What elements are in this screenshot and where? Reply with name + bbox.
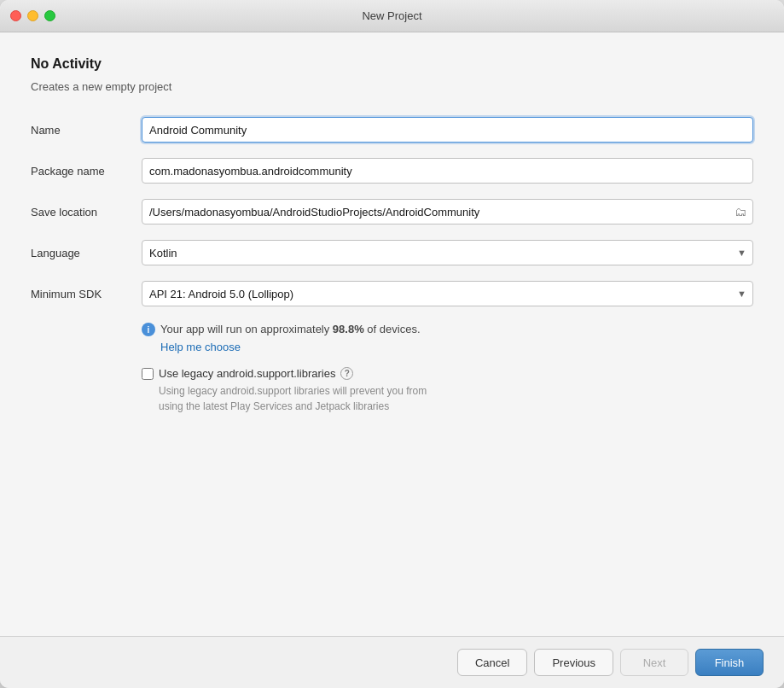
language-row: Language Kotlin Java ▼ xyxy=(31,240,753,265)
name-row: Name xyxy=(31,117,753,143)
save-location-label: Save location xyxy=(31,206,142,219)
window-title: New Project xyxy=(362,9,421,22)
sdk-info-section: i Your app will run on approximately 98.… xyxy=(142,322,753,353)
minimize-button[interactable] xyxy=(27,10,38,21)
maximize-button[interactable] xyxy=(44,10,55,21)
footer: Cancel Previous Next Finish xyxy=(0,636,784,688)
cancel-button[interactable]: Cancel xyxy=(457,649,527,676)
package-input[interactable] xyxy=(142,158,753,184)
min-sdk-label: Minimum SDK xyxy=(31,288,142,300)
help-link[interactable]: Help me choose xyxy=(160,341,753,353)
next-button: Next xyxy=(620,649,688,676)
legacy-description: Using legacy android.support libraries w… xyxy=(142,383,753,414)
previous-button[interactable]: Previous xyxy=(534,649,613,676)
language-select[interactable]: Kotlin Java xyxy=(142,240,753,265)
min-sdk-select-wrapper: API 21: Android 5.0 (Lollipop) API 22 AP… xyxy=(142,281,753,306)
min-sdk-field-wrapper: API 21: Android 5.0 (Lollipop) API 22 AP… xyxy=(142,281,753,306)
page-title: No Activity xyxy=(31,56,753,72)
sdk-info-prefix: Your app will run on approximately xyxy=(160,323,333,335)
legacy-description-line1: Using legacy android.support libraries w… xyxy=(159,385,427,397)
info-icon: i xyxy=(142,323,155,336)
main-content: No Activity Creates a new empty project … xyxy=(0,32,784,636)
sdk-info-row: i Your app will run on approximately 98.… xyxy=(142,322,753,337)
sdk-info-text: Your app will run on approximately 98.8%… xyxy=(160,322,421,337)
name-input[interactable] xyxy=(142,117,753,143)
legacy-checkbox[interactable] xyxy=(142,368,154,380)
save-location-row: Save location 🗂 xyxy=(31,199,753,224)
min-sdk-row: Minimum SDK API 21: Android 5.0 (Lollipo… xyxy=(31,281,753,306)
language-select-wrapper: Kotlin Java ▼ xyxy=(142,240,753,265)
page-subtitle: Creates a new empty project xyxy=(31,80,753,93)
language-field-wrapper: Kotlin Java ▼ xyxy=(142,240,753,265)
close-button[interactable] xyxy=(10,10,21,21)
legacy-checkbox-label: Use legacy android.support.libraries xyxy=(159,367,335,380)
package-row: Package name xyxy=(31,158,753,184)
sdk-info-percentage: 98.8% xyxy=(333,323,364,335)
finish-button[interactable]: Finish xyxy=(695,649,764,676)
window-controls xyxy=(10,10,55,21)
window: New Project No Activity Creates a new em… xyxy=(0,0,784,688)
language-label: Language xyxy=(31,247,142,259)
legacy-checkbox-row: Use legacy android.support.libraries ? xyxy=(142,367,753,380)
title-bar: New Project xyxy=(0,0,784,32)
package-label: Package name xyxy=(31,165,142,178)
location-input-wrapper: 🗂 xyxy=(142,199,753,224)
question-icon[interactable]: ? xyxy=(340,367,353,380)
name-label: Name xyxy=(31,124,142,137)
legacy-description-line2: using the latest Play Services and Jetpa… xyxy=(159,400,389,412)
save-location-field-wrapper: 🗂 xyxy=(142,199,753,224)
sdk-info-suffix: of devices. xyxy=(364,323,421,335)
folder-icon[interactable]: 🗂 xyxy=(735,205,746,219)
min-sdk-select[interactable]: API 21: Android 5.0 (Lollipop) API 22 AP… xyxy=(142,281,753,306)
package-field-wrapper xyxy=(142,158,753,184)
name-field-wrapper xyxy=(142,117,753,143)
save-location-input[interactable] xyxy=(142,199,753,224)
